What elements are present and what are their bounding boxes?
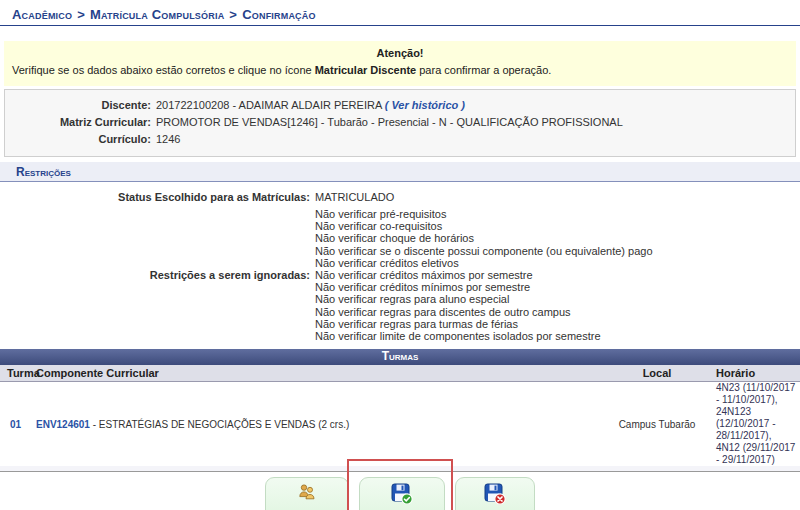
breadcrumb-item-academico[interactable]: Acadêmico: [12, 7, 72, 22]
cell-turma[interactable]: 01: [0, 419, 36, 430]
componente-nome: - ESTRATÉGIAS DE NEGOCIAÇÕES E VENDAS (2…: [90, 419, 349, 430]
status-value: MATRICULADO: [310, 191, 394, 203]
discente-value: 201722100208 - ADAIMAR ALDAIR PEREIRA ( …: [151, 98, 465, 113]
matriz-value: PROMOTOR DE VENDAS[1246] - Tubarão - Pre…: [151, 115, 623, 130]
table-footer-strip: [0, 466, 800, 472]
list-item: Não verificar regras para aluno especial: [315, 293, 653, 305]
componente-code-link[interactable]: ENV124601: [36, 419, 90, 430]
sair-sem-salvar-button[interactable]: Sair sem salvar: [455, 477, 535, 510]
column-header-local: Local: [598, 365, 716, 381]
list-item: Não verificar limite de componentes isol…: [315, 330, 653, 342]
status-row: Status Escolhido para as Matrículas: MAT…: [0, 191, 800, 203]
student-row-curriculo: Currículo: 1246: [5, 131, 795, 148]
matriz-label: Matriz Curricular:: [5, 115, 151, 130]
attention-banner: Atenção! Verifique se os dados abaixo es…: [4, 41, 796, 86]
student-row-discente: Discente: 201722100208 - ADAIMAR ALDAIR …: [5, 97, 795, 114]
students-icon: [297, 483, 317, 505]
attention-message-prefix: Verifique se os dados abaixo estão corre…: [12, 64, 315, 76]
list-item: Não verificar co-requisitos: [315, 220, 653, 232]
ver-historico-link-text: ( Ver histórico ): [385, 99, 465, 111]
curriculo-label: Currículo:: [5, 132, 151, 147]
save-cancel-icon: [484, 483, 506, 505]
list-item: Não verificar créditos eletivos: [315, 257, 653, 269]
restricoes-section-header: Restrições: [0, 162, 800, 182]
list-item: Não verificar choque de horários: [315, 232, 653, 244]
cell-horario: 4N23 (11/10/2017 - 11/10/2017), 24N123 (…: [716, 382, 800, 466]
ignored-restrictions-list: Não verificar pré-requisitos Não verific…: [310, 208, 653, 342]
table-row: 01 ENV124601 - ESTRATÉGIAS DE NEGOCIAÇÕE…: [0, 382, 800, 466]
status-label: Status Escolhido para as Matrículas:: [0, 191, 310, 203]
list-item: Não verificar créditos máximos por semes…: [315, 269, 653, 281]
ignored-restrictions-label: Restrições a serem ignoradas:: [0, 269, 310, 281]
breadcrumb: Acadêmico>Matrícula Compulsória>Confirma…: [0, 0, 800, 26]
student-info-box: Discente: 201722100208 - ADAIMAR ALDAIR …: [4, 89, 796, 157]
ver-historico-link[interactable]: ( Ver histórico ): [385, 99, 465, 111]
discente-id-name: 201722100208 - ADAIMAR ALDAIR PEREIRA: [156, 99, 382, 111]
turmas-table-header: Turma Componente Curricular Local Horári…: [0, 365, 800, 382]
matricular-discente-button[interactable]: Matricular Discente: [359, 477, 445, 510]
list-item: Não verificar regras para discentes de o…: [315, 306, 653, 318]
discente-label: Discente:: [5, 98, 151, 113]
column-header-horario: Horário: [716, 365, 800, 381]
list-item: Não verificar se o discente possui compo…: [315, 245, 653, 257]
action-buttons-row: Ver as turmas selecionadas Matricular Di…: [0, 477, 800, 510]
ver-turmas-selecionadas-button[interactable]: Ver as turmas selecionadas: [265, 477, 349, 510]
turmas-table: Turmas Turma Componente Curricular Local…: [0, 349, 800, 472]
breadcrumb-separator: >: [229, 7, 237, 22]
list-item: Não verificar pré-requisitos: [315, 208, 653, 220]
list-item: Não verificar regras para turmas de féri…: [315, 318, 653, 330]
list-item: Não verificar créditos mínimos por semes…: [315, 281, 653, 293]
breadcrumb-item-matricula-compulsoria[interactable]: Matrícula Compulsória: [90, 7, 224, 22]
breadcrumb-item-confirmacao: Confirmação: [242, 7, 316, 22]
column-header-turma: Turma: [0, 365, 36, 381]
cell-componente: ENV124601 - ESTRATÉGIAS DE NEGOCIAÇÕES E…: [36, 419, 598, 430]
cell-local: Campus Tubarão: [598, 419, 716, 430]
breadcrumb-separator: >: [77, 7, 85, 22]
attention-message: Verifique se os dados abaixo estão corre…: [12, 64, 788, 76]
save-confirm-icon: [391, 483, 413, 505]
student-row-matriz: Matriz Curricular: PROMOTOR DE VENDAS[12…: [5, 114, 795, 131]
attention-message-suffix: para confirmar a operação.: [416, 64, 551, 76]
column-header-componente: Componente Curricular: [36, 365, 598, 381]
curriculo-value: 1246: [151, 132, 180, 147]
turmas-table-caption: Turmas: [0, 349, 800, 365]
attention-message-bold: Matricular Discente: [315, 64, 416, 76]
ignored-restrictions-row: Restrições a serem ignoradas: Não verifi…: [0, 208, 800, 342]
attention-title: Atenção!: [12, 47, 788, 59]
